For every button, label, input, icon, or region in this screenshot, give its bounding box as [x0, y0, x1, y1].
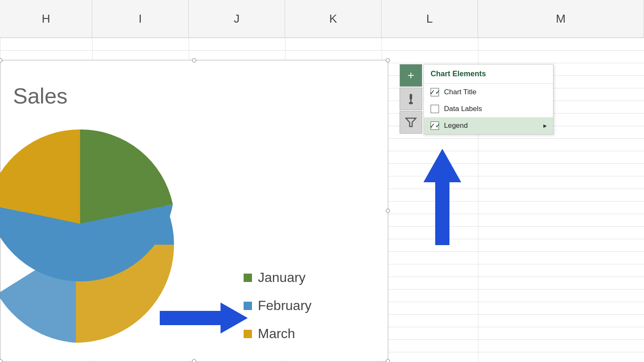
legend-item-march: March	[244, 326, 312, 341]
panel-label-chart-title: Chart Title	[444, 88, 476, 96]
filter-icon	[405, 116, 417, 128]
spreadsheet: HIJKLM Sales	[0, 0, 644, 362]
svg-point-4	[409, 102, 413, 104]
legend-label-february: February	[258, 298, 312, 313]
pie-chart-main	[0, 102, 185, 345]
col-header-i[interactable]: I	[92, 0, 189, 37]
chart-legend: January February March	[244, 270, 312, 341]
add-chart-element-button[interactable]: +	[400, 64, 422, 87]
panel-header: Chart Elements	[424, 65, 553, 84]
col-header-h[interactable]: H	[0, 0, 92, 37]
col-header-k[interactable]: K	[285, 0, 382, 37]
legend-item-january: January	[244, 270, 312, 285]
legend-label-march: March	[258, 326, 295, 341]
resize-handle-mid-right[interactable]	[386, 209, 390, 213]
col-header-l[interactable]: L	[382, 0, 478, 37]
chart-side-buttons: +	[400, 64, 422, 134]
legend-label-january: January	[258, 270, 306, 285]
checkmark-legend: ✓	[429, 122, 435, 130]
resize-handle-mid-bottom[interactable]	[192, 359, 196, 362]
legend-dot-january	[244, 274, 252, 282]
chart-elements-panel: Chart Elements ✓ Chart Title Data Labels…	[423, 64, 553, 134]
checkmark-chart-title: ✓	[429, 88, 435, 97]
panel-label-legend: Legend	[444, 122, 468, 130]
checkbox-chart-title[interactable]: ✓	[431, 88, 439, 96]
resize-handle-top-left[interactable]	[0, 58, 3, 62]
resize-handle-bottom-right[interactable]	[386, 359, 390, 362]
svg-rect-2	[410, 94, 412, 100]
arrow-up-indicator	[423, 149, 461, 245]
panel-item-chart-title[interactable]: ✓ Chart Title	[424, 84, 553, 101]
col-header-m[interactable]: M	[478, 0, 644, 37]
panel-label-data-labels: Data Labels	[444, 105, 482, 113]
grid-line-h-1	[0, 50, 644, 51]
svg-marker-0	[160, 303, 248, 334]
arrow-right-indicator	[160, 299, 248, 337]
chart-container[interactable]: Sales	[0, 60, 388, 362]
resize-handle-top-right[interactable]	[386, 58, 390, 62]
checkbox-legend[interactable]: ✓	[431, 122, 439, 130]
chart-styles-button[interactable]	[400, 88, 422, 110]
chart-filters-button[interactable]	[400, 111, 422, 134]
panel-item-data-labels[interactable]: Data Labels	[424, 101, 553, 117]
svg-marker-5	[406, 118, 416, 127]
brush-icon	[405, 93, 417, 105]
submenu-arrow-legend: ►	[542, 122, 548, 129]
checkbox-data-labels[interactable]	[431, 105, 439, 113]
col-header-j[interactable]: J	[189, 0, 285, 37]
svg-marker-1	[423, 149, 461, 245]
legend-item-february: February	[244, 298, 312, 313]
grid-line-h-0	[0, 38, 644, 38]
panel-item-legend[interactable]: ✓ Legend ►	[424, 117, 553, 134]
resize-handle-mid-top[interactable]	[192, 58, 196, 62]
column-headers: HIJKLM	[0, 0, 644, 38]
